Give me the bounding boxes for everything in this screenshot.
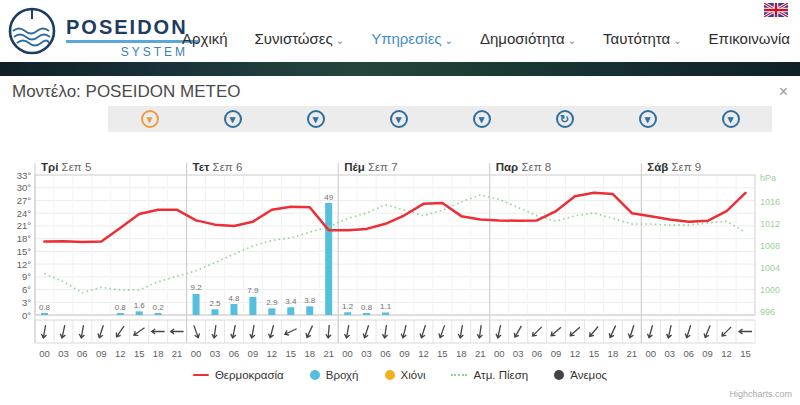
wind-arrow	[419, 325, 428, 339]
temp-axis-label: 15°	[17, 246, 32, 257]
rain-value-label: 3.4	[285, 297, 297, 306]
legend-item-4[interactable]: Άνεμος	[554, 369, 607, 381]
rain-value-label: 1.1	[380, 302, 392, 311]
temp-axis-label: 9°	[22, 271, 31, 282]
hour-label: 06	[683, 348, 694, 359]
rain-bar	[249, 297, 256, 315]
wind-arrow	[666, 325, 674, 339]
poseidon-meteo-page: POSEIDON SYSTEM ΑρχικήΣυνιστώσες⌄Υπηρεσί…	[0, 0, 800, 405]
wind-arrow	[60, 325, 68, 339]
hour-label: 06	[532, 348, 543, 359]
legend-item-0[interactable]: Θερμοκρασία	[193, 369, 284, 381]
temp-axis-label: 0°	[22, 310, 31, 321]
hour-label: 03	[361, 348, 372, 359]
wind-arrow	[627, 325, 636, 339]
wind-arrow	[382, 325, 389, 339]
rain-bar	[287, 307, 294, 315]
nav-item-4[interactable]: Ταυτότητα⌄	[603, 30, 682, 47]
wind-arrow	[344, 325, 351, 339]
nav-item-1[interactable]: Συνιστώσες⌄	[255, 30, 345, 47]
legend-marker-dot-icon	[310, 370, 320, 380]
wind-arrow	[152, 329, 165, 334]
wind-arrow	[305, 325, 315, 339]
rain-bar	[344, 312, 351, 315]
rain-value-label: 1.6	[134, 301, 146, 310]
temp-axis-label: 24°	[17, 208, 32, 219]
wind-arrow	[531, 325, 544, 338]
nav-item-2[interactable]: Υπηρεσίες⌄	[371, 30, 453, 47]
hour-label: 18	[304, 348, 315, 359]
model-gauge-icon-2[interactable]: ▾	[307, 110, 325, 128]
temp-axis-label: 18°	[17, 233, 32, 244]
rain-value-label: 49	[324, 193, 333, 202]
pressure-axis-label: 1008	[760, 241, 780, 251]
day-label: Τετ Σεπ 6	[193, 161, 243, 173]
temp-axis-label: 6°	[22, 284, 31, 295]
rain-value-label: 1.2	[342, 302, 354, 311]
main-nav: ΑρχικήΣυνιστώσες⌄Υπηρεσίες⌄Δημοσιότητα⌄Τ…	[182, 30, 790, 47]
hour-label: 12	[570, 348, 581, 359]
wind-arrow	[684, 325, 693, 339]
legend-item-2[interactable]: Χιόνι	[385, 369, 426, 381]
model-gauge-icon-6[interactable]: ▾	[639, 110, 657, 128]
meteogram-chart: Τρί Σεπ 5Τετ Σεπ 6Πέμ Σεπ 7Παρ Σεπ 8Σάβ …	[0, 150, 800, 405]
hour-label: 03	[210, 348, 221, 359]
hour-label: 12	[267, 348, 278, 359]
rain-bar	[41, 313, 48, 315]
uk-flag-icon[interactable]	[764, 3, 788, 17]
chevron-down-icon: ⌄	[336, 35, 344, 46]
hour-label: 00	[342, 348, 353, 359]
rain-bar	[325, 203, 332, 315]
hour-label: 00	[494, 348, 505, 359]
day-label: Παρ Σεπ 8	[496, 161, 551, 173]
model-gauge-icon-0[interactable]: ▾	[141, 110, 159, 128]
temp-axis-label: 3°	[22, 297, 31, 308]
wind-arrow	[284, 326, 298, 336]
model-gauge-icon-4[interactable]: ▾	[473, 110, 491, 128]
hour-label: 15	[286, 348, 297, 359]
highcharts-credit[interactable]: Highcharts.com	[729, 389, 792, 399]
model-gauge-icon-7[interactable]: ▾	[722, 110, 740, 128]
wind-arrow	[568, 325, 581, 338]
rain-bar	[117, 313, 124, 315]
nav-item-0[interactable]: Αρχική	[182, 30, 228, 47]
hour-label: 00	[191, 348, 202, 359]
hour-label: 03	[58, 348, 69, 359]
temp-axis-label: 30°	[17, 182, 32, 193]
wind-arrow	[230, 325, 238, 339]
logo-subtitle: SYSTEM	[66, 45, 198, 59]
model-gauge-icon-1[interactable]: ▾	[224, 110, 242, 128]
temp-axis-label: 21°	[17, 220, 32, 231]
hour-label: 09	[248, 348, 259, 359]
hour-label: 15	[134, 348, 145, 359]
hour-label: 21	[627, 348, 638, 359]
wind-arrow	[588, 325, 600, 338]
wind-arrow	[647, 325, 655, 339]
rain-bar	[193, 294, 200, 315]
wind-arrow	[400, 325, 408, 339]
hour-label: 15	[437, 348, 448, 359]
day-label: Πέμ Σεπ 7	[344, 161, 398, 173]
rain-value-label: 9.2	[190, 283, 202, 292]
wind-arrow	[477, 325, 484, 339]
rain-bar	[230, 304, 237, 315]
chevron-down-icon: ⌄	[673, 35, 681, 46]
wind-arrow	[114, 325, 126, 339]
model-clock-icon-5[interactable]: ↻	[556, 110, 574, 128]
hour-label: 03	[664, 348, 675, 359]
nav-item-5[interactable]: Επικοινωνία	[709, 30, 790, 47]
poseidon-logo[interactable]: POSEIDON SYSTEM	[6, 4, 198, 59]
hour-label: 21	[323, 348, 334, 359]
temp-axis-label: 33°	[17, 170, 32, 181]
legend-item-3[interactable]: Ατμ. Πίεση	[451, 369, 528, 381]
nav-item-3[interactable]: Δημοσιότητα⌄	[480, 30, 576, 47]
wind-arrow	[458, 325, 465, 339]
wind-arrow	[720, 325, 733, 338]
pressure-axis-label: 1016	[760, 197, 780, 207]
hour-label: 12	[115, 348, 126, 359]
close-icon[interactable]: ×	[779, 84, 788, 100]
wind-arrow	[549, 325, 562, 337]
legend-item-1[interactable]: Βροχή	[310, 369, 359, 381]
model-gauge-icon-3[interactable]: ▾	[390, 110, 408, 128]
model-icon-strip: ▾▾▾▾▾↻▾▾	[108, 106, 772, 132]
